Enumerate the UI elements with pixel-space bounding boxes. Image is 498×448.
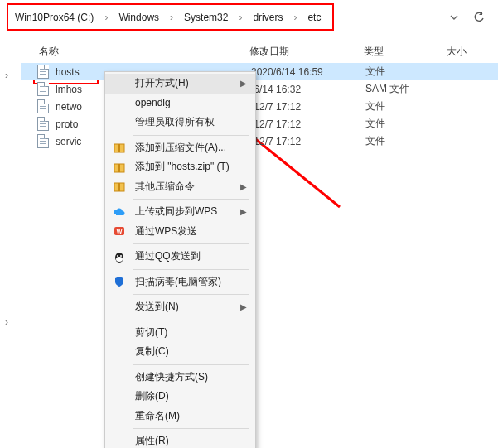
menu-label: 删除(D) — [135, 389, 169, 403]
menu-opendlg[interactable]: opendlg — [105, 94, 255, 113]
menu-add-archive[interactable]: 添加到压缩文件(A)... — [105, 138, 255, 158]
menu-separator — [133, 294, 249, 295]
menu-delete[interactable]: 删除(D) — [105, 387, 255, 407]
menu-label: 剪切(T) — [135, 325, 167, 340]
menu-open-with[interactable]: 打开方式(H) ▶ — [105, 74, 255, 94]
menu-label: 创建快捷方式(S) — [135, 370, 208, 384]
chevron-right-icon[interactable]: › — [100, 12, 112, 23]
chevron-right-icon[interactable]: › — [289, 12, 301, 23]
menu-other-compress[interactable]: 其他压缩命令 ▶ — [105, 177, 255, 197]
file-icon — [37, 134, 49, 148]
qq-icon — [113, 250, 126, 263]
menu-label: 打开方式(H) — [135, 76, 189, 90]
wps-icon: W — [113, 224, 126, 238]
submenu-arrow-icon: ▶ — [240, 302, 247, 311]
column-date[interactable]: 修改日期 — [234, 45, 349, 59]
menu-label: opendlg — [135, 97, 171, 108]
file-name: servic — [56, 136, 81, 147]
address-bar: Win10Prox64 (C:) › Windows › System32 › … — [0, 5, 498, 30]
breadcrumb[interactable]: Win10Prox64 (C:) › Windows › System32 › … — [12, 10, 324, 25]
menu-copy[interactable]: 复制(C) — [105, 342, 255, 362]
menu-label: 其他压缩命令 — [135, 180, 195, 194]
refresh-icon[interactable] — [467, 7, 491, 28]
menu-label: 添加到 "hosts.zip" (T) — [135, 160, 230, 174]
file-name: proto — [56, 118, 78, 130]
file-name: netwo — [56, 101, 82, 113]
archive-icon — [113, 180, 126, 193]
submenu-arrow-icon: ▶ — [240, 207, 247, 216]
menu-separator — [133, 243, 249, 244]
breadcrumb-seg[interactable]: drivers — [249, 10, 286, 25]
breadcrumb-seg[interactable]: System32 — [181, 10, 231, 25]
column-name[interactable]: 名称 — [21, 45, 234, 59]
menu-label: 重命名(M) — [135, 409, 180, 423]
chevron-right-icon[interactable]: › — [234, 12, 246, 23]
nav-panel-stub: › › — [0, 65, 18, 321]
file-row[interactable]: proto /12/7 17:12 文件 — [21, 115, 498, 132]
file-name: hosts — [56, 66, 80, 78]
submenu-arrow-icon: ▶ — [240, 182, 247, 191]
file-icon — [37, 65, 49, 79]
menu-separator — [133, 320, 249, 320]
file-type: 文件 — [349, 117, 432, 131]
menu-separator — [133, 269, 249, 270]
menu-separator — [133, 428, 249, 429]
breadcrumb-seg[interactable]: Windows — [115, 10, 162, 25]
svg-rect-5 — [118, 164, 120, 172]
file-row[interactable]: netwo /12/7 17:12 文件 — [21, 98, 498, 115]
menu-label: 通过WPS发送 — [135, 224, 197, 238]
menu-cut[interactable]: 剪切(T) — [105, 323, 255, 343]
chevron-right-icon[interactable]: › — [5, 70, 8, 81]
menu-create-shortcut[interactable]: 创建快捷方式(S) — [105, 368, 255, 388]
svg-text:W: W — [117, 229, 123, 234]
file-row[interactable]: lmhos /6/14 16:32 SAM 文件 — [21, 80, 498, 98]
menu-add-hosts-zip[interactable]: 添加到 "hosts.zip" (T) — [105, 157, 255, 177]
menu-separator — [133, 364, 249, 365]
menu-upload-wps[interactable]: 上传或同步到WPS ▶ — [105, 202, 255, 222]
file-type: 文件 — [349, 99, 432, 113]
dropdown-chevron-icon[interactable] — [442, 7, 467, 28]
menu-send-to[interactable]: 发送到(N) ▶ — [105, 297, 255, 317]
column-size[interactable]: 大小 — [432, 45, 481, 59]
file-icon — [37, 82, 49, 96]
menu-label: 扫描病毒(电脑管家) — [135, 275, 221, 289]
svg-point-12 — [117, 255, 118, 257]
column-type[interactable]: 类型 — [349, 45, 432, 59]
file-row-hosts[interactable]: hosts 2020/6/14 16:59 文件 — [21, 63, 498, 80]
menu-separator — [133, 135, 249, 136]
file-type: 文件 — [349, 134, 432, 148]
menu-label: 上传或同步到WPS — [135, 205, 217, 219]
column-headers[interactable]: 名称 修改日期 类型 大小 — [21, 41, 498, 61]
context-menu: 打开方式(H) ▶ opendlg 管理员取得所有权 添加到压缩文件(A)...… — [104, 71, 256, 448]
file-row[interactable]: servic /12/7 17:12 文件 — [21, 132, 498, 150]
menu-properties[interactable]: 属性(R) — [105, 431, 255, 448]
shield-icon — [113, 275, 126, 288]
file-icon — [37, 99, 49, 113]
menu-separator — [133, 199, 249, 200]
menu-rename[interactable]: 重命名(M) — [105, 407, 255, 426]
menu-label: 管理员取得所有权 — [135, 115, 215, 129]
breadcrumb-seg[interactable]: Win10Prox64 (C:) — [12, 10, 97, 25]
menu-send-wps[interactable]: W 通过WPS发送 — [105, 222, 255, 242]
menu-admin-take-ownership[interactable]: 管理员取得所有权 — [105, 113, 255, 132]
chevron-right-icon[interactable]: › — [5, 316, 8, 328]
svg-rect-7 — [118, 183, 120, 191]
file-type: SAM 文件 — [349, 82, 432, 96]
chevron-right-icon[interactable]: › — [166, 12, 177, 23]
breadcrumb-seg[interactable]: etc — [304, 10, 324, 25]
file-name: lmhos — [56, 84, 82, 95]
submenu-arrow-icon: ▶ — [240, 79, 247, 88]
cloud-upload-icon — [113, 205, 126, 219]
file-list: hosts 2020/6/14 16:59 文件 lmhos /6/14 16:… — [21, 63, 498, 150]
menu-label: 添加到压缩文件(A)... — [135, 141, 226, 155]
menu-scan-virus[interactable]: 扫描病毒(电脑管家) — [105, 272, 255, 292]
menu-label: 复制(C) — [135, 344, 169, 359]
menu-label: 属性(R) — [135, 434, 169, 448]
svg-rect-3 — [118, 144, 120, 152]
file-type: 文件 — [349, 65, 432, 79]
menu-send-qq[interactable]: 通过QQ发送到 — [105, 247, 255, 267]
menu-label: 通过QQ发送到 — [135, 249, 201, 263]
file-icon — [37, 117, 49, 131]
svg-point-11 — [116, 257, 123, 262]
archive-icon — [113, 161, 126, 174]
